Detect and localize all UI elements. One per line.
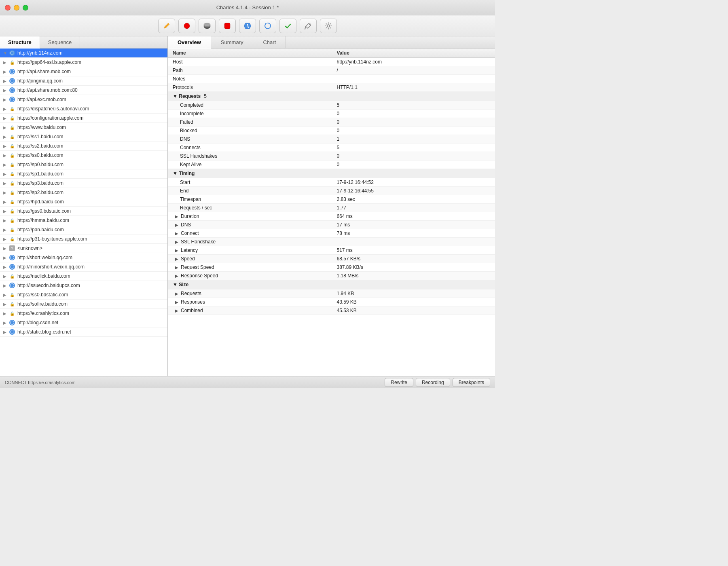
check-button[interactable] [279,19,296,33]
sidebar-item[interactable]: ▶🔒https://nsclick.baidu.com [0,272,167,281]
expand-tri-icon[interactable]: ▶ [175,231,181,236]
expand-tri-icon[interactable]: ▶ [175,291,181,296]
section-header-row[interactable]: ▼ Size [168,280,495,289]
expand-arrow-icon: ▶ [3,79,9,83]
sidebar-item[interactable]: ▶🔒https://sp1.baidu.com [0,169,167,179]
table-row: Incomplete0 [168,110,495,118]
throttle-button[interactable] [199,19,216,33]
sidebar-item[interactable]: ▶http://api.exc.mob.com [0,95,167,104]
row-name: Completed [168,101,332,110]
section-arrow-icon: ▼ [173,171,179,176]
tab-structure[interactable]: Structure [0,36,40,49]
row-value: 1.94 KB [332,289,495,298]
sidebar-item[interactable]: ▶http://api.share.mob.com:80 [0,86,167,95]
expand-arrow-icon: ▶ [3,60,9,65]
rewrite-button[interactable]: Rewrite [385,378,413,387]
data-table: Name Value Hosthttp://ynb.114nz.comPath/… [168,49,495,315]
sidebar-item[interactable]: ▶🔒https://pan.baidu.com [0,225,167,234]
pen-tool-button[interactable] [158,19,175,33]
tab-sequence[interactable]: Sequence [40,36,80,48]
tab-chart[interactable]: Chart [253,36,286,48]
minimize-button[interactable] [14,5,19,11]
sidebar-item[interactable]: ▶🔒https://ss1.baidu.com [0,132,167,142]
sidebar-item[interactable]: ▶🔒https://configuration.apple.com [0,114,167,123]
expand-tri-icon[interactable]: ▶ [175,223,181,227]
sidebar-item[interactable]: ▶http://short.weixin.qq.com [0,253,167,262]
table-row: Kept Alive0 [168,161,495,169]
close-button[interactable] [5,5,11,11]
item-url: https://configuration.apple.com [17,115,83,121]
table-row: ▶ Responses43.59 KB [168,298,495,306]
sidebar-item[interactable]: ▶http://api.share.mob.com [0,67,167,76]
sidebar-item[interactable]: ▶http://pingma.qq.com [0,76,167,86]
tools-button[interactable] [300,19,317,33]
section-header-row[interactable]: ▼ Timing [168,169,495,178]
item-url: <unknown> [17,245,42,251]
lock-icon: 🔒 [9,152,15,158]
sidebar-item[interactable]: ▶🔒https://hpd.baidu.com [0,197,167,207]
expand-tri-icon[interactable]: ▶ [175,300,181,304]
stop-button[interactable] [219,19,236,33]
item-url: https://sp2.baidu.com [17,190,63,195]
maximize-button[interactable] [23,5,28,11]
row-value: 0 [332,118,495,127]
section-label: ▼ Size [168,280,495,289]
section-header-row[interactable]: ▼ Requests5 [168,92,495,101]
row-value: 5 [332,144,495,152]
expand-tri-icon[interactable]: ▶ [175,214,181,219]
table-row: ▶ Requests1.94 KB [168,289,495,298]
sidebar-item[interactable]: ▶🔒https://www.baidu.com [0,123,167,132]
sidebar-item[interactable]: ▶http://minorshort.weixin.qq.com [0,262,167,272]
record-button[interactable] [178,19,195,33]
tab-summary[interactable]: Summary [211,36,254,48]
expand-arrow-icon: ▶ [3,283,9,288]
status-text: CONNECT https://e.crashlytics.com [5,380,76,385]
table-row: Timespan2.83 sec [168,195,495,204]
recording-button[interactable]: Recording [416,378,450,387]
refresh-button[interactable] [259,19,276,33]
sidebar-item[interactable]: ▶🔒https://p31-buy.itunes.apple.com [0,234,167,244]
sidebar-item[interactable]: ▶🔒https://hmma.baidu.com [0,216,167,225]
globe-icon [9,255,15,260]
sidebar-item[interactable]: ▶🔒https://ss2.baidu.com [0,142,167,151]
expand-tri-icon[interactable]: ▶ [175,240,181,244]
sidebar-item[interactable]: ▶🔒https://gsp64-ssl.ls.apple.com [0,58,167,67]
settings-button[interactable] [320,19,337,33]
row-name: DNS [168,135,332,144]
sidebar-item[interactable]: ▶🔒https://ss0.baidu.com [0,151,167,160]
sidebar-item[interactable]: ▶🔒https://e.crashlytics.com [0,309,167,318]
expand-tri-icon[interactable]: ▶ [175,248,181,253]
expand-tri-icon[interactable]: ▶ [175,274,181,278]
sidebar-item[interactable]: ▶http://blog.csdn.net [0,318,167,327]
breakpoint-button[interactable] [239,19,256,33]
item-url: http://api.share.mob.com [17,69,71,74]
tab-overview[interactable]: Overview [168,36,211,49]
expand-tri-icon[interactable]: ▶ [175,257,181,261]
row-name: Notes [168,75,332,83]
expand-arrow-icon: ▶ [3,200,9,204]
item-url: http://ynb.114nz.com [17,50,62,56]
row-value [332,75,495,83]
sidebar-item[interactable]: ▶http://issuecdn.baidupcs.com [0,281,167,290]
expand-arrow-icon: ▶ [3,330,9,334]
row-value: 45.53 KB [332,306,495,315]
sidebar-item[interactable]: ▶🔒https://sp3.baidu.com [0,179,167,188]
sidebar-item[interactable]: ▶http://static.blog.csdn.net [0,327,167,337]
sidebar-item[interactable]: ▶🔒https://sp2.baidu.com [0,188,167,197]
row-value: 68.57 KB/s [332,255,495,263]
sidebar-item[interactable]: ▶🔒https://sofire.baidu.com [0,300,167,309]
sidebar-item[interactable]: ▶🔒https://dispatcher.is.autonavi.com [0,104,167,114]
sidebar-item[interactable]: ▶?<unknown> [0,244,167,253]
sidebar-item[interactable]: ▶🔒https://sp0.baidu.com [0,160,167,169]
toolbar [0,15,495,36]
table-row: ▶ Request Speed387.89 KB/s [168,263,495,272]
breakpoints-button[interactable]: Breakpoints [453,378,490,387]
expand-tri-icon[interactable]: ▶ [175,308,181,313]
lock-icon: 🔒 [9,292,15,298]
sidebar-item[interactable]: ▶🔒https://gss0.bdstatic.com [0,207,167,216]
item-url: https://sp0.baidu.com [17,162,63,167]
item-url: https://pan.baidu.com [17,227,64,232]
sidebar-item[interactable]: ▼http://ynb.114nz.com [0,49,167,58]
sidebar-item[interactable]: ▶🔒https://ss0.bdstatic.com [0,290,167,300]
expand-tri-icon[interactable]: ▶ [175,265,181,270]
